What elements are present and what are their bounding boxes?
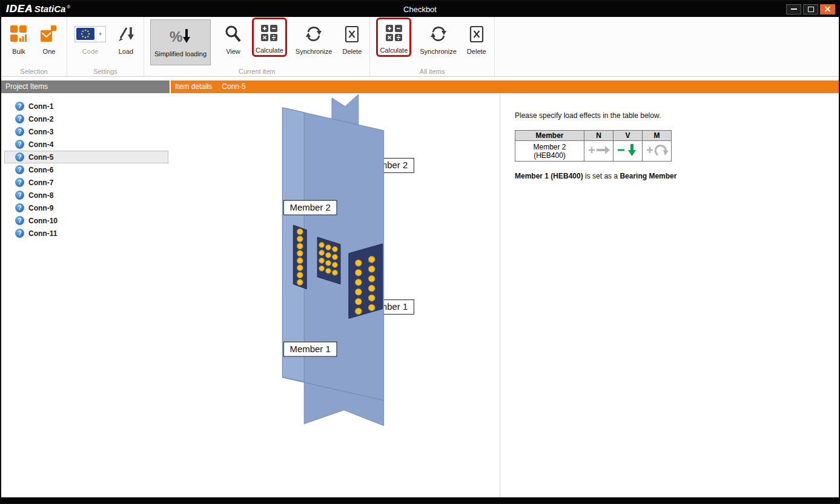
refresh-icon: [305, 21, 323, 47]
ribbon-toolbar: Bulk One Selection: [1, 17, 839, 77]
delete-document-icon: [344, 21, 360, 47]
table-row: Member 2 (HEB400): [515, 141, 672, 162]
project-items-header: Project Items: [1, 80, 170, 93]
connection-3d-viewport[interactable]: Member 2 Member 1: [170, 93, 500, 497]
question-icon: ?: [15, 114, 24, 123]
item-details-header: Item details Conn-5: [171, 80, 839, 93]
question-icon: ?: [15, 127, 24, 136]
section-headers: Project Items Item details Conn-5: [1, 80, 839, 93]
project-items-list: ?Conn-1 ?Conn-2 ?Conn-3 ?Conn-4 ?Conn-5 …: [1, 93, 170, 497]
sidebar-item-conn-6[interactable]: ?Conn-6: [4, 163, 168, 176]
calculate-current-label: Calculate: [256, 47, 283, 54]
load-instruction-text: Please specify load effects in the table…: [515, 111, 839, 120]
delete-document-icon: [469, 21, 484, 47]
question-icon: ?: [15, 102, 24, 111]
minimize-button[interactable]: [786, 4, 801, 15]
code-dropdown[interactable]: ▾ Code: [73, 19, 107, 56]
bearing-member-note: Member 1 (HEB400) is set as a Bearing Me…: [515, 172, 839, 180]
load-effects-panel: Please specify load effects in the table…: [500, 93, 839, 497]
question-icon: ?: [15, 152, 24, 162]
connection-3d-view: Member 2 Member 1: [170, 93, 500, 497]
sidebar-item-conn-8[interactable]: ?Conn-8: [4, 189, 168, 201]
window-title: Checkbot: [1, 5, 839, 14]
minus-arrow-down-icon: [616, 143, 640, 157]
one-button[interactable]: One: [38, 19, 61, 56]
ribbon-group-settings: ▾ Code Load: [67, 17, 144, 76]
code-select-box[interactable]: ▾: [74, 26, 106, 42]
delete-current-button[interactable]: Delete: [340, 19, 363, 56]
refresh-icon: [429, 21, 448, 47]
sidebar-item-conn-10[interactable]: ?Conn-10: [4, 214, 168, 227]
load-effects-table: Member N V M Member 2 (HEB400): [515, 130, 672, 162]
item-details-title: Item details: [175, 80, 212, 93]
sidebar-item-conn-4[interactable]: ?Conn-4: [4, 138, 168, 151]
synchronize-all-label: Synchronize: [420, 48, 457, 55]
svg-text:Member 1: Member 1: [290, 344, 331, 354]
code-label: Code: [82, 48, 98, 55]
bulk-button[interactable]: Bulk: [7, 19, 30, 56]
group-label-settings: Settings: [67, 68, 144, 75]
question-icon: ?: [15, 191, 24, 200]
checkbot-window: IDEA StatiCa ® Checkbot: [0, 0, 840, 504]
load-button[interactable]: Load: [114, 19, 137, 56]
sidebar-item-conn-5[interactable]: ?Conn-5: [4, 151, 168, 163]
question-icon: ?: [15, 140, 24, 149]
chevron-down-icon: ▾: [96, 27, 104, 42]
sidebar-item-conn-11[interactable]: ?Conn-11: [4, 227, 168, 240]
sidebar-item-conn-7[interactable]: ?Conn-7: [4, 176, 168, 189]
group-label-selection: Selection: [1, 68, 67, 75]
v-load-cell[interactable]: [613, 141, 643, 162]
ribbon-group-selection: Bulk One Selection: [1, 17, 67, 76]
question-icon: ?: [15, 229, 24, 238]
col-header-member: Member: [515, 131, 584, 141]
delete-all-button[interactable]: Delete: [465, 19, 488, 56]
close-button[interactable]: [820, 4, 835, 15]
bulk-label: Bulk: [12, 48, 25, 55]
sidebar-item-conn-3[interactable]: ?Conn-3: [4, 125, 168, 138]
bolt-plate-right: [349, 244, 383, 318]
pen-download-icon: [117, 21, 134, 47]
group-label-current-item: Current item: [144, 68, 369, 75]
plus-arrow-rotate-icon: [645, 143, 669, 157]
delete-all-label: Delete: [467, 48, 486, 55]
question-icon: ?: [15, 165, 24, 174]
note-member-name: Member 1 (HEB400): [515, 172, 583, 180]
plus-arrow-right-icon: [587, 143, 611, 157]
one-icon: [41, 21, 58, 47]
window-controls: [786, 4, 839, 15]
brand-statica: StatiCa: [35, 4, 66, 14]
bottom-status-bar: [1, 497, 839, 503]
question-icon: ?: [15, 203, 24, 212]
brand-idea: IDEA: [6, 3, 33, 15]
bulk-icon: [10, 21, 27, 47]
brand-registered-mark: ®: [67, 4, 70, 10]
calculator-icon: [261, 19, 277, 46]
delete-current-label: Delete: [343, 48, 362, 55]
note-mid-text: is set as a: [583, 172, 620, 180]
synchronize-current-button[interactable]: Synchronize: [294, 19, 334, 56]
n-load-cell[interactable]: [584, 141, 613, 162]
svg-text:%: %: [170, 28, 182, 45]
simplified-loading-label: Simplified loading: [154, 50, 207, 57]
percent-download-icon: %: [169, 27, 192, 48]
synchronize-all-button[interactable]: Synchronize: [418, 19, 458, 56]
view-button[interactable]: View: [222, 19, 245, 56]
one-label: One: [43, 48, 56, 55]
col-header-v: V: [613, 131, 643, 141]
title-bar: IDEA StatiCa ® Checkbot: [1, 1, 839, 17]
calculator-icon: [386, 19, 402, 46]
sidebar-item-conn-9[interactable]: ?Conn-9: [4, 201, 168, 214]
view-label: View: [226, 48, 240, 55]
calculate-all-button[interactable]: Calculate: [376, 18, 411, 57]
load-label: Load: [119, 48, 133, 55]
m-load-cell[interactable]: [643, 141, 672, 162]
maximize-button[interactable]: [803, 4, 818, 15]
sidebar-item-conn-1[interactable]: ?Conn-1: [4, 100, 168, 113]
item-details-current: Conn-5: [222, 80, 245, 93]
calculate-current-button[interactable]: Calculate: [252, 18, 287, 57]
member1-label: Member 1: [283, 342, 337, 356]
idea-statica-logo: IDEA StatiCa ®: [1, 3, 70, 15]
sidebar-item-conn-2[interactable]: ?Conn-2: [4, 113, 168, 125]
synchronize-current-label: Synchronize: [296, 48, 332, 55]
simplified-loading-button[interactable]: % Simplified loading: [150, 19, 211, 65]
